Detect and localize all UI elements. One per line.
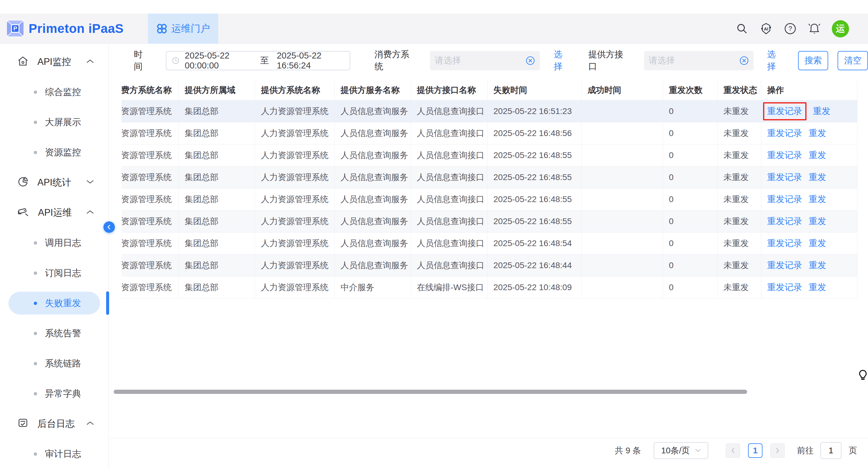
sidebar-item-系统告警[interactable]: 系统告警 [0, 318, 108, 348]
sidebar-group-API监控[interactable]: API监控 [0, 47, 108, 77]
cell-system: 人力资源管理系统 [255, 144, 334, 166]
consumer-choose-link[interactable]: 选择 [554, 49, 570, 73]
retry-link[interactable]: 重发 [809, 149, 827, 162]
sidebar-item-调用日志[interactable]: 调用日志 [0, 228, 108, 258]
top-bar: P Primeton iPaaS 运维门户 AI ? 运 [0, 13, 868, 44]
bullet-icon [34, 392, 37, 395]
retry-record-link[interactable]: 重发记录 [767, 171, 802, 183]
retry-record-link[interactable]: 重发记录 [767, 127, 802, 139]
provider-interface-label: 提供方接口 [588, 49, 628, 73]
search-icon[interactable] [735, 22, 749, 35]
sidebar-item-综合监控[interactable]: 综合监控 [0, 77, 108, 107]
cell-service: 人员信息查询服务 [334, 122, 411, 144]
sidebar-group-API运维[interactable]: API运维 [0, 198, 108, 228]
cell-domain: 集团总部 [179, 122, 255, 144]
cell-domain: 集团总部 [179, 276, 255, 298]
retry-link[interactable]: 重发 [809, 282, 827, 293]
home-icon [18, 56, 28, 68]
cell-ops: 重发记录重发 [761, 166, 857, 188]
retry-link[interactable]: 重发 [809, 193, 827, 205]
sidebar-item-失败重发[interactable]: 失败重发 [0, 288, 108, 318]
next-page-button[interactable] [770, 443, 785, 458]
prev-page-button[interactable] [726, 443, 740, 458]
bell-icon[interactable] [808, 22, 821, 35]
retry-record-link[interactable]: 重发记录 [767, 149, 802, 162]
retry-record-link[interactable]: 重发记录 [767, 193, 802, 205]
cell-service: 人员信息查询服务 [334, 232, 411, 254]
sidebar-item-订阅日志[interactable]: 订阅日志 [0, 258, 108, 288]
cell-ops: 重发记录重发 [761, 276, 857, 298]
brand-logo: P Primeton iPaaS [7, 20, 124, 37]
cell-system: 人力资源管理系统 [255, 122, 334, 144]
retry-link[interactable]: 重发 [809, 215, 827, 227]
ai-assistant-icon[interactable]: AI [760, 22, 773, 35]
retry-link[interactable]: 重发 [809, 237, 827, 250]
cell-retries: 0 [663, 144, 717, 166]
cell-retries: 0 [663, 122, 717, 144]
sidebar-item-大屏展示[interactable]: 大屏展示 [0, 107, 108, 137]
cell-service: 人员信息查询服务 [334, 100, 411, 122]
provider-interface-select[interactable]: 请选择 [644, 51, 754, 70]
sidebar-group-API统计[interactable]: API统计 [0, 167, 108, 198]
consumer-system-select[interactable]: 请选择 [430, 51, 540, 70]
clear-circle-icon[interactable] [739, 56, 749, 65]
retry-link[interactable]: 重发 [809, 259, 827, 271]
primeton-logo-icon: P [7, 20, 24, 37]
clear-button[interactable]: 清空 [838, 51, 868, 70]
cell-consumer: 人力资源管理系统 [122, 188, 179, 210]
cell-ops: 重发记录重发 [761, 210, 857, 232]
cell-consumer: 人力资源管理系统 [122, 100, 179, 122]
sidebar-group-label: 后台日志 [37, 417, 75, 430]
page-unit-label: 页 [849, 445, 857, 456]
user-avatar[interactable]: 运 [832, 20, 849, 37]
horizontal-scrollbar-thumb[interactable] [114, 390, 747, 394]
cell-fail_time: 2025-05-22 16:48:55 [487, 210, 581, 232]
lightbulb-icon[interactable] [859, 370, 867, 382]
cell-ops: 重发记录重发 [761, 100, 857, 122]
clear-circle-icon[interactable] [526, 56, 535, 65]
sidebar-group-后台日志[interactable]: 后台日志 [0, 409, 108, 439]
retry-record-link[interactable]: 重发记录 [767, 282, 802, 293]
retry-link[interactable]: 重发 [809, 127, 827, 139]
retry-record-link[interactable]: 重发记录 [767, 106, 802, 116]
column-header-success_time: 成功时间 [581, 80, 663, 100]
cell-iface: 人员信息查询接口 [411, 254, 487, 276]
page-number-1[interactable]: 1 [748, 443, 763, 458]
sidebar-item-审计日志[interactable]: 审计日志 [0, 439, 108, 469]
time-range-input[interactable]: 2025-05-22 00:00:00 至 2025-05-22 16:56:2… [166, 51, 350, 70]
search-button[interactable]: 搜索 [798, 51, 829, 70]
cell-iface: 人员信息查询接口 [411, 166, 487, 188]
sidebar-item-异常字典[interactable]: 异常字典 [0, 379, 108, 409]
column-header-ops: 操作 [761, 80, 857, 100]
sidebar-item-系统链路[interactable]: 系统链路 [0, 348, 108, 379]
goto-page-input[interactable]: 1 [820, 442, 841, 459]
provider-choose-link[interactable]: 选择 [767, 49, 783, 73]
time-filter-label: 时间 [134, 49, 150, 73]
cell-system: 人力资源管理系统 [255, 188, 334, 210]
cell-fail_time: 2025-05-22 16:48:55 [487, 144, 581, 166]
page-size-select[interactable]: 10条/页 [654, 442, 708, 459]
cell-ops: 重发记录重发 [761, 232, 857, 254]
sidebar: API监控综合监控大屏展示资源监控API统计API运维调用日志订阅日志失败重发系… [0, 44, 109, 469]
sidebar-item-资源监控[interactable]: 资源监控 [0, 137, 108, 167]
bullet-icon [34, 302, 37, 305]
tab-ops-portal-label: 运维门户 [172, 22, 210, 35]
clock-icon [172, 56, 179, 65]
cell-fail_time: 2025-05-22 16:48:56 [487, 122, 581, 144]
cell-service: 人员信息查询服务 [334, 188, 411, 210]
cell-ops: 重发记录重发 [761, 144, 857, 166]
help-icon[interactable]: ? [783, 22, 797, 35]
retry-link[interactable]: 重发 [813, 105, 831, 117]
chevron-down-icon [695, 449, 701, 452]
tab-ops-portal[interactable]: 运维门户 [148, 13, 218, 44]
retry-link[interactable]: 重发 [809, 171, 827, 183]
sidebar-collapse-button[interactable] [103, 222, 115, 233]
retry-record-link[interactable]: 重发记录 [767, 237, 802, 250]
retry-record-link[interactable]: 重发记录 [767, 259, 802, 271]
goto-label: 前往 [797, 445, 814, 456]
retry-record-link[interactable]: 重发记录 [767, 215, 802, 227]
cell-retries: 0 [663, 232, 717, 254]
cell-ops: 重发记录重发 [761, 122, 857, 144]
bullet-icon [34, 121, 37, 124]
sidebar-item-label: 审计日志 [45, 448, 81, 460]
